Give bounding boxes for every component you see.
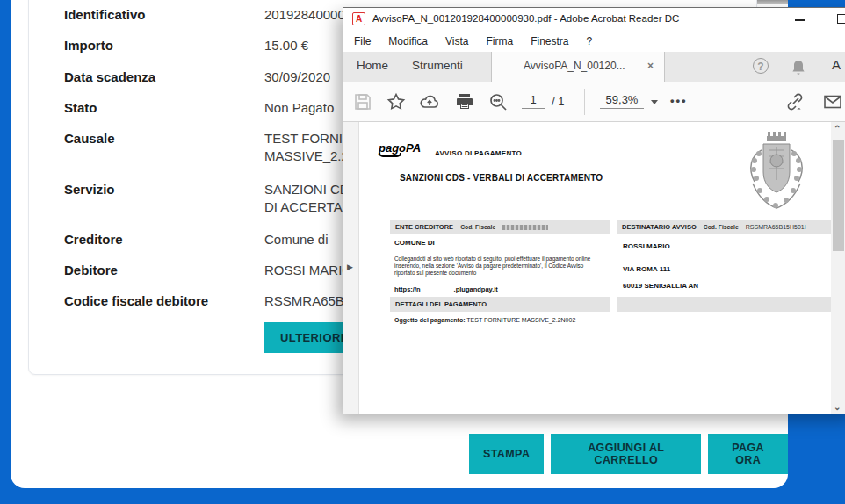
tab-document[interactable]: AvvisoPA_N_00120... ×	[491, 52, 665, 82]
creditor-name: COMUNE DI	[394, 239, 435, 247]
recipient-address: VIA ROMA 111	[623, 265, 670, 273]
scroll-up-icon[interactable]: ⌃	[834, 124, 841, 133]
field-label: Stato	[64, 99, 98, 117]
email-icon[interactable]	[822, 91, 843, 112]
field-label: Identificativo	[64, 6, 146, 24]
scrollbar-thumb[interactable]	[833, 140, 844, 251]
share-link-icon[interactable]	[784, 91, 805, 112]
menu-vista[interactable]: Vista	[437, 35, 477, 47]
payment-details-band-right	[617, 297, 845, 312]
tab-strip: Home Strumenti AvvisoPA_N_00120... × ? A	[343, 52, 845, 82]
zoom-level-input[interactable]: 59,3%	[600, 93, 644, 109]
payment-url-suffix: .plugandpay.it	[454, 285, 498, 293]
pay-now-button[interactable]: PAGA ORA	[708, 434, 788, 474]
tab-home[interactable]: Home	[357, 59, 388, 72]
recipient-cf-label: Cod. Fiscale	[704, 224, 739, 230]
payment-subject-value: TEST FORNITURE MASSIVE_2.2N002	[466, 317, 575, 323]
payment-subject: Oggetto del pagamento: TEST FORNITURE MA…	[394, 317, 575, 323]
recipient-cf-value: RSSMRA65B15H501I	[746, 224, 806, 230]
field-label: Creditore	[64, 231, 123, 248]
recipient-city: 60019 SENIGALLIA AN	[623, 282, 698, 290]
payment-url: https://n.plugandpay.it	[394, 285, 498, 293]
menu-file[interactable]: File	[345, 35, 379, 47]
pdf-title: SANZIONI CDS - VERBALI DI ACCERTAMENTO	[400, 173, 603, 183]
menu-help[interactable]: ?	[578, 35, 602, 47]
payment-instructions: Collegandoti al sito web riportato di se…	[394, 256, 621, 277]
tab-close-icon[interactable]: ×	[647, 60, 654, 72]
window-title: AvvisoPA_N_001201928400000930.pdf - Adob…	[372, 13, 679, 24]
account-label[interactable]: A	[832, 57, 841, 72]
creditor-header: ENTE CREDITORE	[395, 223, 453, 231]
menu-finestra[interactable]: Finestra	[522, 35, 577, 47]
acrobat-window: A AvvisoPA_N_001201928400000930.pdf - Ad…	[343, 7, 845, 414]
bell-icon[interactable]	[788, 58, 809, 79]
zoom-search-icon[interactable]	[488, 91, 509, 112]
creditor-header-band: ENTE CREDITORE Cod. Fiscale	[390, 220, 610, 234]
pagopa-logo-text: pagoPA	[379, 141, 421, 155]
menu-firma[interactable]: Firma	[478, 35, 523, 47]
instruction-line: inserendo, nella sezione 'Avviso da paga…	[394, 263, 621, 270]
scroll-down-icon[interactable]: ⌄	[834, 402, 841, 412]
vertical-scrollbar[interactable]: ⌃ ⌄	[831, 122, 845, 414]
document-area: ▶ pagoPA AVVISO DI PAGAMENTO SANZIONI CD…	[343, 122, 845, 414]
nav-pane-toggle-icon[interactable]: ▶	[347, 263, 353, 271]
instruction-line: riportato sul presente documento	[394, 270, 621, 277]
more-tools-icon[interactable]: •••	[670, 94, 688, 107]
cloud-upload-icon[interactable]	[419, 91, 440, 112]
field-label: Importo	[64, 37, 113, 54]
recipient-header-band: DESTINATARIO AVVISO Cod. Fiscale RSSMRA6…	[617, 220, 845, 234]
menubar: File Modifica Vista Firma Finestra ?	[345, 31, 601, 52]
save-icon[interactable]	[352, 91, 373, 112]
page-number-input[interactable]: 1	[522, 93, 545, 109]
redacted-fiscal-code	[502, 225, 548, 230]
menu-modifica[interactable]: Modifica	[379, 35, 437, 47]
field-label: Servizio	[64, 181, 115, 198]
print-icon[interactable]	[454, 91, 475, 112]
maximize-button[interactable]	[837, 14, 845, 24]
creditor-name: Comune di	[264, 232, 329, 247]
window-titlebar[interactable]: A AvvisoPA_N_001201928400000930.pdf - Ad…	[343, 8, 845, 31]
tab-document-label: AvvisoPA_N_00120...	[524, 60, 625, 72]
field-label: Codice fiscale debitore	[64, 292, 208, 310]
print-button[interactable]: STAMPA	[469, 434, 544, 474]
acrobat-app-icon: A	[352, 12, 365, 25]
creditor-cf-label: Cod. Fiscale	[460, 224, 495, 230]
recipient-name: ROSSI MARIO	[623, 242, 670, 250]
star-icon[interactable]	[386, 91, 407, 112]
payment-subject-label: Oggetto del pagamento:	[394, 317, 466, 323]
navigation-pane-strip: ▶	[343, 122, 359, 414]
action-buttons-row: STAMPA AGGIUNGI AL CARRELLO PAGA ORA	[469, 434, 788, 474]
help-icon[interactable]: ?	[753, 58, 769, 74]
add-to-cart-button[interactable]: AGGIUNGI AL CARRELLO	[551, 434, 701, 474]
minimize-button[interactable]	[795, 19, 805, 21]
page-count-label: / 1	[552, 95, 564, 108]
screen: Identificativo 201928400000930 Importo 1…	[0, 0, 845, 504]
pdf-doc-type: AVVISO DI PAGAMENTO	[435, 149, 522, 157]
payment-url-prefix: https://n	[394, 285, 421, 293]
pagopa-logo: pagoPA	[379, 141, 421, 157]
municipality-coat-of-arms	[744, 129, 809, 213]
tab-tools[interactable]: Strumenti	[412, 59, 463, 72]
recipient-header: DESTINATARIO AVVISO	[622, 223, 697, 231]
instruction-line: Collegandoti al sito web riportato di se…	[394, 256, 621, 263]
field-label: Debitore	[64, 262, 118, 279]
payment-details-header: DETTAGLI DEL PAGAMENTO	[395, 300, 487, 308]
field-label: Causale	[64, 130, 115, 148]
payment-details-band: DETTAGLI DEL PAGAMENTO	[390, 297, 610, 312]
field-label: Data scadenza	[64, 68, 155, 86]
toolbar: 1 / 1 59,3% •••	[343, 82, 845, 122]
zoom-dropdown-icon[interactable]	[651, 100, 658, 104]
toolbar-divider	[584, 89, 585, 115]
pdf-page: pagoPA AVVISO DI PAGAMENTO SANZIONI CDS …	[359, 122, 831, 414]
